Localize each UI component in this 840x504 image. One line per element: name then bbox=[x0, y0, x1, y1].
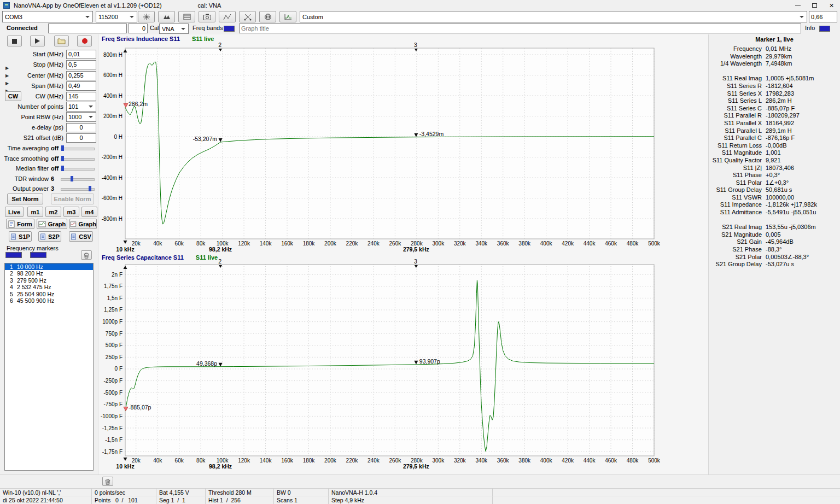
cw-mhz-input[interactable] bbox=[66, 92, 96, 101]
s21-offset-label: S21 offset (dB) bbox=[0, 134, 66, 141]
start-mhz-input[interactable] bbox=[66, 50, 96, 59]
maximize-button[interactable] bbox=[806, 0, 823, 10]
readout-label: S11 Admittance bbox=[709, 209, 762, 216]
svg-text:220k: 220k bbox=[346, 458, 359, 464]
svg-text:340k: 340k bbox=[475, 241, 488, 247]
cal-mode-combo[interactable]: VNA bbox=[159, 24, 189, 34]
marker-list-item[interactable]: 645 500 900 Hz bbox=[5, 297, 93, 304]
connection-info-input[interactable] bbox=[48, 24, 127, 33]
readout-value: 18164,992 bbox=[766, 120, 794, 127]
calibrate-icon-button[interactable] bbox=[138, 11, 155, 22]
marker-list-item[interactable]: 525 504 900 Hz bbox=[5, 291, 93, 297]
slider-handle[interactable] bbox=[61, 145, 64, 151]
minimize-button[interactable] bbox=[789, 0, 806, 10]
baud-rate-combo[interactable]: 115200 bbox=[96, 11, 137, 22]
edit-icon-button[interactable] bbox=[239, 11, 256, 22]
slider-handle[interactable] bbox=[71, 176, 73, 181]
autoscale-icon-button[interactable] bbox=[158, 11, 175, 22]
readout-row bbox=[709, 216, 840, 224]
tdr-icon-button[interactable] bbox=[279, 11, 296, 22]
save-s1p-button[interactable]: S1P bbox=[9, 231, 32, 242]
tdr-window-label: TDR window bbox=[0, 175, 49, 182]
trace-m3-button[interactable]: m3 bbox=[63, 207, 79, 217]
close-button[interactable]: × bbox=[823, 0, 840, 10]
web-icon-button[interactable] bbox=[259, 11, 276, 22]
status-bar: Win-10 (v10.0) nl-NL ','0 points/secBat … bbox=[0, 488, 840, 504]
capacitance-chart[interactable]: 20k40k60k80k100k120k140k160k180k200k220k… bbox=[98, 259, 708, 471]
graph-view-button-1[interactable]: Graph bbox=[37, 219, 67, 229]
graph-title-input[interactable] bbox=[239, 24, 801, 33]
median-filter-label: Median filter bbox=[0, 165, 49, 172]
save-s2p-button[interactable]: S2P bbox=[38, 231, 61, 242]
trace-m1-button[interactable]: m1 bbox=[27, 207, 43, 217]
graph-view-button-2[interactable]: Graph bbox=[69, 219, 97, 229]
cw-button[interactable]: CW bbox=[5, 91, 21, 101]
span-mhz-input[interactable] bbox=[66, 81, 96, 91]
trace-smoothing-slider[interactable] bbox=[61, 155, 95, 162]
marker-color-swatch-1[interactable] bbox=[5, 252, 22, 258]
trace-smoothing-value: off bbox=[49, 155, 61, 162]
stop-button[interactable] bbox=[7, 36, 22, 46]
tdr-window-slider[interactable] bbox=[61, 175, 95, 182]
points-combo[interactable]: 101 bbox=[66, 102, 96, 112]
status-row-1: Win-10 (v10.0) nl-NL ','0 points/secBat … bbox=[0, 489, 840, 496]
readout-label: S11 Parallel L bbox=[709, 127, 762, 135]
readout-row: S11 Series C-885,07p F bbox=[709, 105, 840, 113]
trace-m4-button[interactable]: m4 bbox=[81, 207, 97, 217]
close-icon: × bbox=[829, 3, 833, 8]
scale-value-input[interactable] bbox=[809, 11, 837, 22]
com-port-combo[interactable]: COM3 bbox=[2, 11, 93, 22]
open-file-button[interactable] bbox=[54, 36, 69, 46]
play-button[interactable] bbox=[30, 36, 45, 46]
marker-list-item[interactable]: 42 532 475 Hz bbox=[5, 284, 93, 290]
marker-list-item[interactable]: 3279 500 Hz bbox=[5, 277, 93, 284]
chart-title-row: Freq Series Inductance S11S11 live bbox=[102, 36, 214, 42]
info-color-swatch[interactable] bbox=[819, 26, 830, 32]
slider-handle[interactable] bbox=[89, 186, 91, 191]
median-filter-slider[interactable] bbox=[61, 165, 95, 172]
svg-text:40k: 40k bbox=[153, 241, 162, 247]
rbw-combo[interactable]: 1000 bbox=[66, 112, 96, 122]
panes-icon-button[interactable] bbox=[178, 11, 195, 22]
delete-markers-button[interactable] bbox=[81, 250, 92, 260]
freq-bands-color-swatch[interactable] bbox=[224, 26, 235, 32]
save-csv-button[interactable]: CSV bbox=[69, 231, 93, 242]
enable-norm-button[interactable]: Enable Norm bbox=[51, 194, 94, 204]
svg-text:0 F: 0 F bbox=[115, 366, 122, 372]
output-power-slider[interactable] bbox=[61, 185, 95, 192]
record-button[interactable] bbox=[77, 36, 92, 46]
slider-handle[interactable] bbox=[61, 156, 64, 161]
set-norm-button[interactable]: Set Norm bbox=[7, 194, 43, 204]
graph-icon bbox=[38, 221, 46, 227]
s21-offset-input[interactable] bbox=[66, 133, 96, 143]
svg-text:420k: 420k bbox=[562, 458, 574, 464]
output-power-label: Output power bbox=[0, 185, 49, 192]
svg-text:200k: 200k bbox=[324, 458, 337, 464]
chart-trash-button[interactable] bbox=[102, 477, 113, 486]
center-mhz-input[interactable] bbox=[66, 71, 96, 80]
inductance-chart[interactable]: 20k40k60k80k100k120k140k160k180k200k220k… bbox=[98, 43, 708, 255]
readout-value: 17982,283 bbox=[766, 90, 794, 98]
readout-label: S11 Return Loss bbox=[709, 142, 762, 150]
e-delay-input[interactable] bbox=[66, 123, 96, 132]
time-averaging-slider[interactable] bbox=[61, 145, 95, 151]
marker-color-swatch-2[interactable] bbox=[30, 252, 46, 258]
readout-row: S11 Parallel R-180209,297 bbox=[709, 112, 840, 120]
marker-list-item[interactable]: 110 000 Hz bbox=[5, 263, 93, 270]
slider-handle[interactable] bbox=[61, 166, 64, 171]
readout-value: -5,5491u -j55,051u bbox=[766, 209, 816, 216]
frequency-marker-list[interactable]: 110 000 Hz298 200 Hz3279 500 Hz42 532 47… bbox=[4, 263, 94, 471]
form-view-button[interactable]: Form bbox=[6, 219, 34, 229]
screenshot-icon-button[interactable] bbox=[199, 11, 215, 22]
readout-row: S11 Series L286,2m H bbox=[709, 97, 840, 105]
marker-list-item[interactable]: 298 200 Hz bbox=[5, 270, 93, 277]
trace-m2-button[interactable]: m2 bbox=[45, 207, 61, 217]
trace-live-button[interactable]: Live bbox=[5, 207, 24, 217]
stop-mhz-input[interactable] bbox=[66, 60, 96, 69]
sweep-icon-button[interactable] bbox=[219, 11, 236, 22]
svg-text:120k: 120k bbox=[238, 241, 250, 247]
count-input[interactable] bbox=[128, 24, 148, 33]
marker-number: 4 bbox=[5, 284, 17, 290]
custom-preset-combo[interactable]: Custom bbox=[300, 11, 807, 22]
readout-label: S11 Series R bbox=[709, 83, 762, 90]
